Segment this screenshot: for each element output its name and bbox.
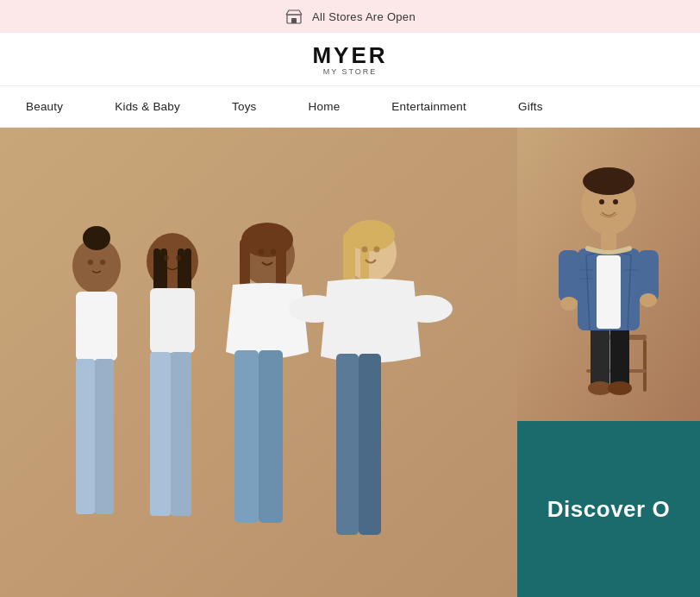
svg-point-38 (374, 247, 380, 253)
store-icon (284, 7, 303, 26)
svg-rect-42 (643, 340, 647, 392)
svg-rect-15 (150, 352, 171, 516)
nav-item-gifts[interactable]: Gifts (492, 86, 569, 127)
main-content: Discover O (0, 128, 700, 597)
hero-left[interactable] (0, 128, 517, 597)
svg-point-32 (100, 260, 105, 265)
svg-point-27 (289, 295, 341, 323)
svg-point-5 (83, 226, 110, 250)
hero-right-bottom[interactable]: Discover O (517, 421, 700, 597)
nav-item-beauty[interactable]: Beauty (0, 86, 89, 127)
svg-rect-8 (95, 359, 114, 514)
svg-rect-29 (336, 354, 359, 535)
svg-rect-22 (259, 350, 283, 523)
svg-rect-7 (76, 359, 95, 514)
nav-item-entertainment[interactable]: Entertainment (366, 86, 492, 127)
svg-rect-1 (291, 18, 297, 23)
svg-point-35 (259, 249, 265, 255)
svg-point-37 (362, 247, 368, 253)
svg-rect-30 (359, 354, 381, 535)
announcement-text: All Stores Are Open (312, 10, 416, 23)
hero-right: Discover O (517, 128, 700, 597)
svg-point-61 (613, 199, 618, 204)
nav-item-toys[interactable]: Toys (206, 86, 283, 127)
svg-point-36 (271, 249, 277, 255)
svg-point-31 (88, 260, 93, 265)
svg-rect-20 (276, 238, 286, 290)
discover-text: Discover O (547, 496, 670, 523)
svg-point-60 (599, 199, 604, 204)
svg-rect-14 (150, 288, 195, 353)
announcement-bar: All Stores Are Open (0, 0, 700, 33)
svg-point-55 (560, 297, 578, 311)
svg-rect-44 (591, 326, 609, 386)
svg-point-33 (164, 255, 169, 261)
svg-rect-19 (240, 238, 250, 290)
svg-rect-49 (597, 255, 621, 329)
logo[interactable]: MYER MY STORE (312, 42, 387, 76)
logo-text: MYER (312, 42, 387, 69)
svg-point-47 (608, 381, 632, 395)
main-nav: BeautyKids & BabyToysHomeEntertainmentGi… (0, 86, 700, 128)
logo-tagline: MY STORE (323, 67, 378, 76)
svg-rect-21 (234, 350, 259, 523)
svg-point-28 (401, 295, 453, 323)
svg-point-56 (640, 293, 657, 307)
hero-right-top[interactable] (517, 128, 700, 421)
svg-rect-6 (76, 292, 117, 361)
nav-item-home[interactable]: Home (283, 86, 366, 127)
svg-rect-53 (559, 250, 579, 302)
nav-item-kids-baby[interactable]: Kids & Baby (89, 86, 206, 127)
svg-rect-45 (610, 326, 629, 386)
svg-point-34 (176, 255, 181, 261)
svg-rect-16 (171, 352, 191, 516)
site-header: MYER MY STORE (0, 33, 700, 86)
svg-point-59 (583, 167, 634, 195)
